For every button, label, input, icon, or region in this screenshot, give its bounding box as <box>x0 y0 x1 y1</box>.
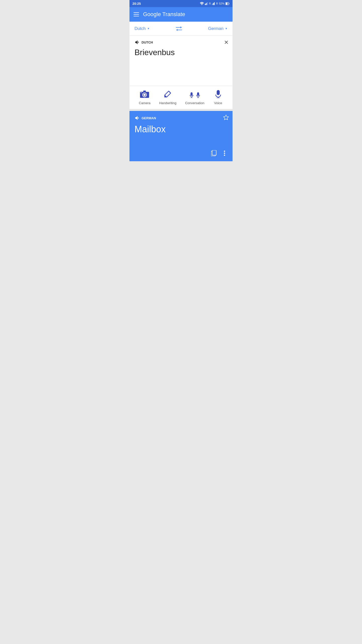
svg-point-26 <box>224 151 225 152</box>
svg-rect-13 <box>143 91 146 92</box>
signal-icon <box>205 2 208 5</box>
source-language-label: Dutch <box>134 26 146 31</box>
svg-rect-1 <box>205 4 206 5</box>
signal-icon-2 <box>212 2 215 5</box>
svg-rect-18 <box>197 92 199 96</box>
conversation-label: Conversation <box>185 101 204 105</box>
input-language-label: DUTCH <box>134 40 228 45</box>
menu-button[interactable] <box>133 12 139 16</box>
r-indicator-2: R <box>216 2 218 5</box>
app-title: Google Translate <box>143 11 185 18</box>
input-language-text: DUTCH <box>142 41 153 44</box>
source-language-selector[interactable]: Dutch ▼ <box>134 26 150 31</box>
favorite-button[interactable] <box>223 114 229 120</box>
status-icons: R R 52% <box>200 2 230 5</box>
camera-label: Camera <box>139 101 150 105</box>
result-text: Mailbox <box>134 124 228 135</box>
clear-input-button[interactable]: ✕ <box>224 39 229 46</box>
svg-rect-15 <box>191 92 193 96</box>
svg-rect-5 <box>213 3 214 5</box>
wifi-icon <box>200 2 204 5</box>
svg-point-27 <box>224 153 225 154</box>
result-language-label: GERMAN <box>134 115 228 120</box>
svg-rect-4 <box>212 4 213 5</box>
conversation-icon <box>190 89 200 99</box>
svg-rect-25 <box>212 150 216 155</box>
svg-point-28 <box>224 155 225 156</box>
battery-icon <box>225 2 230 5</box>
svg-rect-14 <box>141 92 142 93</box>
translation-result: GERMAN Mailbox <box>129 111 233 161</box>
source-language-dropdown-icon: ▼ <box>147 27 150 30</box>
bottom-area <box>129 161 233 237</box>
swap-languages-button[interactable] <box>175 26 183 31</box>
copy-button[interactable] <box>209 149 218 158</box>
svg-rect-3 <box>207 2 208 5</box>
status-time: 20:25 <box>132 2 141 6</box>
target-language-label: German <box>208 26 223 31</box>
result-speaker-icon[interactable] <box>134 115 140 120</box>
battery-percentage: 52% <box>219 2 224 5</box>
voice-label: Voice <box>214 101 222 105</box>
language-bar: Dutch ▼ German ▼ <box>129 22 233 36</box>
app-bar: Google Translate <box>129 7 233 22</box>
camera-action[interactable]: Camera <box>139 89 150 105</box>
svg-rect-21 <box>217 90 220 95</box>
handwriting-action[interactable]: Handwriting <box>159 89 176 105</box>
target-language-selector[interactable]: German ▼ <box>208 26 228 31</box>
app-title-google: Google <box>143 11 162 17</box>
result-action-buttons <box>209 149 229 158</box>
handwriting-label: Handwriting <box>159 101 176 105</box>
r-indicator: R <box>209 2 211 5</box>
svg-rect-2 <box>206 3 207 5</box>
conversation-action[interactable]: Conversation <box>185 89 204 105</box>
camera-icon <box>140 89 150 99</box>
input-text-display[interactable]: Brievenbus <box>134 48 228 57</box>
svg-point-0 <box>201 5 202 5</box>
app-title-translate: Translate <box>162 11 185 17</box>
input-area: DUTCH Brievenbus ✕ <box>129 36 233 86</box>
svg-rect-8 <box>226 3 228 5</box>
voice-icon <box>213 89 223 99</box>
svg-rect-6 <box>214 2 215 5</box>
speaker-icon[interactable] <box>134 40 140 45</box>
action-icons-row: Camera Handwriting <box>129 86 233 109</box>
svg-rect-9 <box>229 3 229 4</box>
voice-action[interactable]: Voice <box>213 89 223 105</box>
handwriting-icon <box>163 89 173 99</box>
target-language-dropdown-icon: ▼ <box>225 27 228 30</box>
more-options-button[interactable] <box>220 149 229 158</box>
result-language-text: GERMAN <box>142 116 156 120</box>
status-bar: 20:25 R R 52% <box>129 0 233 7</box>
svg-point-12 <box>144 94 146 96</box>
